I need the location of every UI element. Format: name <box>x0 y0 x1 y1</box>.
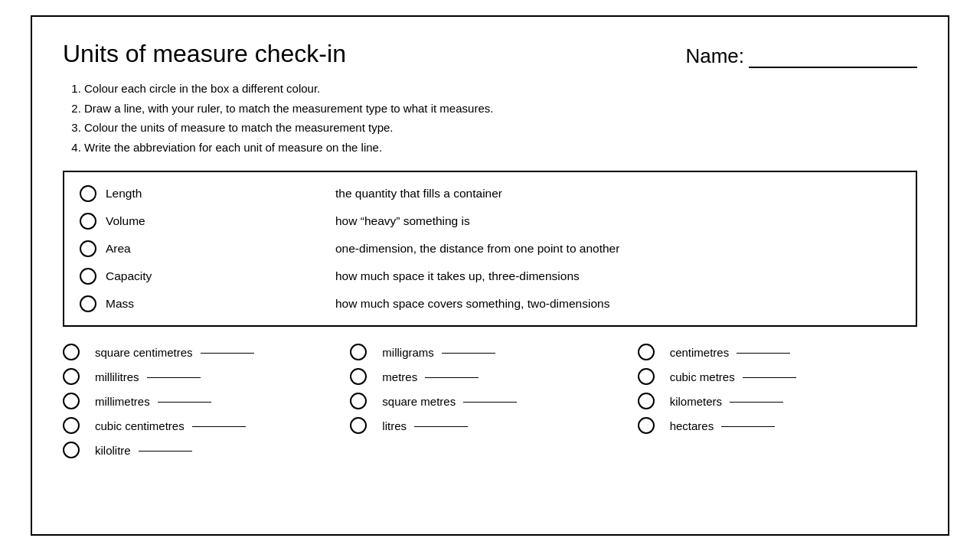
units-col3: centimetres cubic metres kilometers hect… <box>638 344 917 458</box>
unit-item-sq-cm: square centimetres <box>63 344 342 360</box>
unit-line-kilolitre <box>139 449 192 452</box>
match-right-1: how “heavy” something is <box>320 214 900 228</box>
unit-item-centimetres: centimetres <box>638 344 917 360</box>
circle-kilolitre[interactable] <box>63 442 80 458</box>
unit-item-hectares: hectares <box>638 417 917 434</box>
matching-row-2: Area one-dimension, the distance from on… <box>80 235 900 262</box>
match-right-2: one-dimension, the distance from one poi… <box>320 242 900 256</box>
match-left-4: Mass <box>106 297 320 311</box>
page-container: Units of measure check-in Name: Colour e… <box>31 15 949 536</box>
matching-row-1: Volume how “heavy” something is <box>80 207 900 235</box>
unit-line-millilitres <box>147 376 201 378</box>
unit-label-sq-metres: square metres <box>382 395 456 408</box>
instruction-item: Colour each circle in the box a differen… <box>84 79 917 99</box>
circle-mass[interactable] <box>80 295 96 312</box>
unit-line-millimetres <box>158 400 211 403</box>
name-field: Name: <box>685 44 917 68</box>
unit-item-cubic-metres: cubic metres <box>638 368 917 385</box>
instructions: Colour each circle in the box a differen… <box>63 79 917 157</box>
circle-area[interactable] <box>80 240 96 257</box>
circle-millimetres[interactable] <box>63 393 80 409</box>
unit-line-sq-metres <box>463 400 517 403</box>
circle-centimetres[interactable] <box>638 344 655 360</box>
circle-cubic-metres[interactable] <box>638 368 655 385</box>
circle-capacity[interactable] <box>80 268 96 285</box>
unit-item-kilometers: kilometers <box>638 393 917 409</box>
unit-label-millilitres: millilitres <box>95 370 139 383</box>
circle-litres[interactable] <box>350 417 367 434</box>
units-section: square centimetres millilitres millimetr… <box>63 344 917 458</box>
circle-milligrams[interactable] <box>350 344 367 360</box>
unit-line-cubic-metres <box>743 376 796 378</box>
unit-label-kilometers: kilometers <box>670 395 722 408</box>
name-label: Name: <box>685 44 744 68</box>
match-left-3: Capacity <box>106 269 320 283</box>
unit-label-milligrams: milligrams <box>382 346 434 359</box>
unit-line-litres <box>414 425 468 427</box>
circle-sq-cm[interactable] <box>63 344 80 360</box>
matching-row-4: Mass how much space covers something, tw… <box>80 290 900 318</box>
units-col1: square centimetres millilitres millimetr… <box>63 344 342 458</box>
matching-row-0: Length the quantity that fills a contain… <box>80 180 900 207</box>
match-right-4: how much space covers something, two-dim… <box>320 297 900 311</box>
unit-line-centimetres <box>737 351 790 354</box>
unit-item-milligrams: milligrams <box>350 344 629 360</box>
unit-item-millimetres: millimetres <box>63 393 342 409</box>
match-left-2: Area <box>106 242 320 256</box>
unit-item-litres: litres <box>350 417 629 434</box>
unit-label-cubic-cm: cubic centimetres <box>95 419 185 432</box>
unit-label-millimetres: millimetres <box>95 395 150 408</box>
unit-line-kilometers <box>730 400 783 403</box>
unit-item-cubic-cm: cubic centimetres <box>63 417 342 434</box>
circle-volume[interactable] <box>80 213 96 230</box>
instruction-item: Draw a line, with your ruler, to match t… <box>84 99 917 119</box>
unit-label-hectares: hectares <box>670 419 714 432</box>
instruction-item: Write the abbreviation for each unit of … <box>84 138 917 158</box>
unit-line-hectares <box>721 425 775 427</box>
circle-kilometers[interactable] <box>638 393 655 409</box>
matching-row-3: Capacity how much space it takes up, thr… <box>80 262 900 290</box>
match-right-0: the quantity that fills a container <box>320 187 900 201</box>
match-right-3: how much space it takes up, three-dimens… <box>320 269 900 283</box>
matching-box: Length the quantity that fills a contain… <box>63 171 917 327</box>
instruction-list: Colour each circle in the box a differen… <box>63 79 917 157</box>
instruction-item: Colour the units of measure to match the… <box>84 118 917 138</box>
name-underline <box>749 65 917 68</box>
unit-label-kilolitre: kilolitre <box>95 444 131 457</box>
circle-hectares[interactable] <box>638 417 655 434</box>
match-left-0: Length <box>106 187 320 201</box>
circle-metres[interactable] <box>350 368 367 385</box>
circle-cubic-cm[interactable] <box>63 417 80 434</box>
unit-item-kilolitre: kilolitre <box>63 442 342 458</box>
unit-label-litres: litres <box>382 419 407 432</box>
units-col2: milligrams metres square metres litres <box>350 344 629 458</box>
header-row: Units of measure check-in Name: <box>63 40 917 68</box>
unit-label-metres: metres <box>382 370 417 383</box>
unit-label-sq-cm: square centimetres <box>95 346 193 359</box>
unit-line-cubic-cm <box>192 425 246 427</box>
unit-item-sq-metres: square metres <box>350 393 629 409</box>
unit-item-millilitres: millilitres <box>63 368 342 385</box>
unit-item-metres: metres <box>350 368 629 385</box>
unit-line-sq-cm <box>201 351 254 354</box>
unit-line-milligrams <box>442 351 495 354</box>
circle-sq-metres[interactable] <box>350 393 367 409</box>
circle-millilitres[interactable] <box>63 368 80 385</box>
page-title: Units of measure check-in <box>63 40 346 68</box>
unit-label-cubic-metres: cubic metres <box>670 370 735 383</box>
unit-line-metres <box>425 376 479 378</box>
circle-length[interactable] <box>80 185 96 202</box>
match-left-1: Volume <box>106 214 320 228</box>
unit-label-centimetres: centimetres <box>670 346 730 359</box>
